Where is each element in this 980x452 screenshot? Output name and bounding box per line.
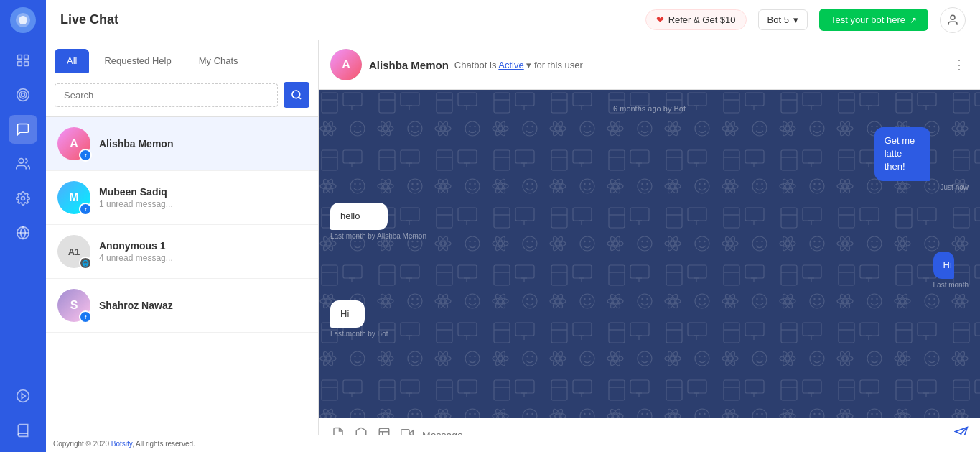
- svg-point-11: [17, 390, 29, 402]
- search-input[interactable]: [55, 83, 278, 107]
- search-bar: [46, 73, 318, 117]
- copyright-text: Copyright © 2020 Botsify, All rights res…: [46, 435, 980, 452]
- message-row: hello Last month by Alishba Memon: [330, 203, 969, 240]
- bot-label: Bot 5: [767, 14, 789, 25]
- messenger-badge: f: [79, 310, 92, 323]
- message-row: Hi Last month: [330, 252, 969, 289]
- avatar: S f: [57, 289, 90, 322]
- messages-area[interactable]: 6 months ago by Bot Get me latte then! J…: [319, 90, 980, 418]
- sidebar: [0, 0, 46, 452]
- chat-preview: 4 unread messag...: [99, 253, 307, 263]
- chat-name: Alishba Memon: [99, 138, 307, 149]
- avatar: A1 🌐: [57, 235, 90, 268]
- chat-tabs: All Requested Help My Chats: [46, 40, 318, 73]
- sidebar-logo[interactable]: [10, 7, 36, 33]
- svg-point-7: [19, 159, 24, 164]
- chevron-down-icon: ▾: [526, 60, 531, 70]
- sidebar-item-settings[interactable]: [9, 184, 37, 213]
- web-badge: 🌐: [79, 257, 92, 269]
- messages-content: 6 months ago by Bot Get me latte then! J…: [330, 101, 969, 338]
- botsify-link[interactable]: Botsify: [111, 440, 132, 448]
- svg-rect-5: [24, 62, 29, 66]
- test-bot-label: Test your bot here: [831, 14, 905, 25]
- test-bot-button[interactable]: Test your bot here ↗: [819, 9, 928, 31]
- svg-point-14: [292, 91, 300, 98]
- message-bubble: Get me latte then!: [874, 127, 931, 181]
- message-time: Last month by Bot: [330, 330, 388, 338]
- chat-info: Shahroz Nawaz: [99, 300, 307, 311]
- chat-info: Mubeen Sadiq 1 unread messag...: [99, 186, 307, 209]
- svg-rect-2: [18, 55, 22, 60]
- user-profile-button[interactable]: [940, 7, 966, 33]
- heart-icon: ❤: [656, 14, 664, 25]
- message-row: Hi Last month by Bot: [330, 300, 969, 338]
- more-options-button[interactable]: ⋮: [950, 54, 969, 75]
- chat-header-avatar: A: [330, 49, 362, 80]
- left-panel: All Requested Help My Chats A: [46, 40, 319, 452]
- chat-item[interactable]: S f Shahroz Nawaz: [46, 279, 318, 333]
- tab-requested-help[interactable]: Requested Help: [92, 49, 183, 73]
- chevron-down-icon: ▾: [793, 14, 798, 25]
- chat-header-info: Alishba Memon Chatbot is Active ▾ for th…: [369, 59, 943, 71]
- external-link-icon: ↗: [910, 15, 917, 25]
- svg-marker-12: [22, 394, 25, 399]
- chat-header-name: Alishba Memon: [369, 59, 449, 71]
- chat-info: Alishba Memon: [99, 138, 307, 149]
- avatar: A f: [57, 127, 90, 160]
- refer-label: Refer & Get $10: [668, 14, 736, 25]
- sidebar-item-livechat[interactable]: [9, 115, 37, 144]
- message-bubble: hello: [330, 203, 388, 230]
- sidebar-item-audience[interactable]: [9, 149, 37, 178]
- chat-name: Shahroz Nawaz: [99, 300, 307, 311]
- svg-rect-3: [24, 55, 29, 60]
- svg-point-13: [951, 15, 955, 19]
- svg-line-15: [299, 97, 301, 99]
- sidebar-item-integrations[interactable]: [9, 218, 37, 247]
- chat-name: Anonymous 1: [99, 240, 307, 252]
- tab-my-chats[interactable]: My Chats: [187, 49, 251, 73]
- chat-info: Anonymous 1 4 unread messag...: [99, 240, 307, 263]
- message-time: Last month by Alishba Memon: [330, 232, 426, 240]
- chat-preview: 1 unread messag...: [99, 199, 307, 209]
- main-container: Live Chat ❤ Refer & Get $10 Bot 5 ▾ Test…: [46, 0, 980, 452]
- tab-all[interactable]: All: [55, 49, 89, 73]
- chat-item[interactable]: M f Mubeen Sadiq 1 unread messag...: [46, 171, 318, 225]
- sidebar-item-docs[interactable]: [9, 416, 37, 445]
- search-button[interactable]: [284, 82, 309, 108]
- chat-item[interactable]: A f Alishba Memon: [46, 117, 318, 171]
- avatar: M f: [57, 181, 90, 214]
- chat-item[interactable]: A1 🌐 Anonymous 1 4 unread messag...: [46, 225, 318, 279]
- chat-panel: A Alishba Memon Chatbot is Active ▾ for …: [319, 40, 980, 452]
- bot-selector[interactable]: Bot 5 ▾: [758, 9, 808, 30]
- sidebar-item-media[interactable]: [9, 382, 37, 410]
- sidebar-item-automation[interactable]: [9, 46, 37, 75]
- messenger-badge: f: [79, 203, 92, 216]
- content-area: All Requested Help My Chats A: [46, 40, 980, 452]
- page-title: Live Chat: [60, 12, 341, 27]
- message-bubble: Hi: [933, 252, 955, 279]
- message-row: Get me latte then! Just now: [330, 127, 969, 191]
- messenger-badge: f: [79, 149, 92, 162]
- sidebar-item-broadcast[interactable]: [9, 80, 37, 109]
- chat-list: A f Alishba Memon M f Mubeen Sadiq: [46, 117, 318, 452]
- top-header: Live Chat ❤ Refer & Get $10 Bot 5 ▾ Test…: [46, 0, 980, 40]
- svg-point-6: [22, 93, 25, 97]
- message-time: Last month: [933, 281, 969, 289]
- message-bubble: Hi: [330, 300, 365, 328]
- chatbot-status[interactable]: Active: [498, 60, 523, 70]
- chat-header: A Alishba Memon Chatbot is Active ▾ for …: [319, 40, 980, 90]
- svg-point-1: [19, 16, 27, 24]
- svg-rect-4: [18, 62, 22, 66]
- refer-button[interactable]: ❤ Refer & Get $10: [645, 9, 747, 30]
- system-message: 6 months ago by Bot: [330, 104, 969, 113]
- chat-name: Mubeen Sadiq: [99, 186, 307, 198]
- chat-header-sub: Chatbot is Active ▾ for this user: [454, 60, 583, 70]
- svg-point-8: [22, 197, 25, 200]
- message-time: Just now: [874, 183, 969, 191]
